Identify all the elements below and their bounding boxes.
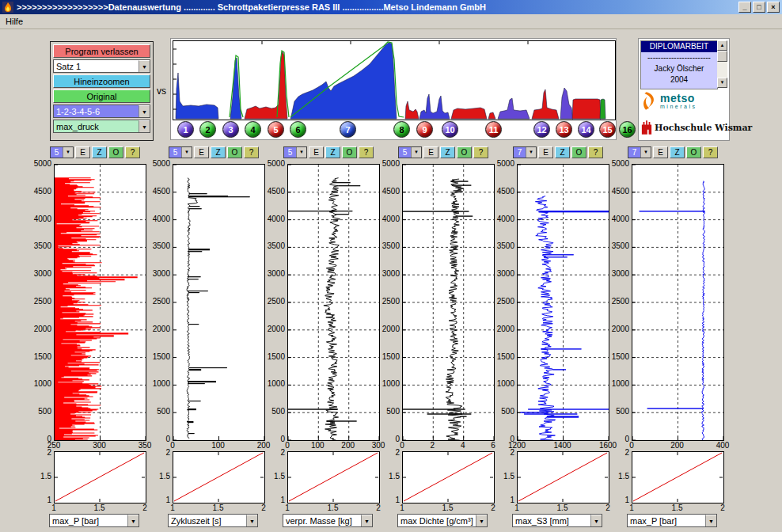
zoom-button[interactable]: Z: [555, 146, 570, 158]
chevron-down-icon[interactable]: ▼: [139, 60, 150, 72]
zoom-button[interactable]: Z: [670, 146, 685, 158]
original-button[interactable]: O: [227, 146, 242, 158]
series-button-9[interactable]: 9: [416, 121, 433, 138]
scroll-up-icon[interactable]: ▲: [717, 40, 727, 51]
scroll-down-icon[interactable]: ▼: [717, 78, 727, 88]
edit-button[interactable]: E: [653, 146, 668, 158]
series-button-5[interactable]: 5: [268, 121, 284, 138]
help-button[interactable]: ?: [244, 146, 259, 158]
correlation-mini-plot-1[interactable]: [54, 451, 146, 504]
series-button-12[interactable]: 12: [533, 121, 550, 138]
parameter-dropdown[interactable]: Zykluszeit [s]▼: [168, 514, 258, 527]
strip-chart-2[interactable]: [173, 164, 265, 441]
edit-button[interactable]: E: [194, 146, 209, 158]
edit-button[interactable]: E: [538, 146, 553, 158]
original-button[interactable]: Original: [53, 89, 150, 103]
strip-chart-3[interactable]: [287, 164, 380, 441]
series-button-16[interactable]: 16: [619, 121, 636, 138]
chevron-down-icon[interactable]: ▼: [705, 515, 716, 526]
maximize-button[interactable]: □: [753, 2, 765, 13]
series-button-13[interactable]: 13: [556, 121, 572, 138]
chevron-down-icon[interactable]: ▼: [640, 147, 651, 158]
minimize-button[interactable]: _: [738, 2, 751, 13]
list-item[interactable]: ------------------------: [641, 52, 717, 63]
chevron-down-icon[interactable]: ▼: [361, 515, 372, 526]
strip-selector-dropdown[interactable]: 5▼: [50, 146, 74, 158]
zoom-in-button[interactable]: Hineinzoomen: [53, 74, 150, 88]
menu-hilfe[interactable]: Hilfe: [0, 16, 28, 27]
strip-chart-5[interactable]: [517, 164, 609, 441]
satz-dropdown[interactable]: Satz 1 ▼: [53, 59, 150, 73]
chevron-down-icon[interactable]: ▼: [139, 105, 150, 117]
zoom-button[interactable]: Z: [325, 146, 340, 158]
original-button[interactable]: O: [457, 146, 472, 158]
edit-button[interactable]: E: [75, 146, 90, 158]
original-button[interactable]: O: [342, 146, 357, 158]
zoom-button[interactable]: Z: [440, 146, 455, 158]
chevron-down-icon[interactable]: ▼: [127, 515, 139, 526]
chevron-down-icon[interactable]: ▼: [181, 147, 192, 158]
list-item[interactable]: Jacky Ölscher: [641, 63, 717, 74]
series-button-6[interactable]: 6: [290, 121, 306, 138]
correlation-mini-plot-2[interactable]: [173, 451, 265, 504]
parameter-dropdown[interactable]: max_P [bar]▼: [49, 514, 139, 527]
edit-button[interactable]: E: [423, 146, 438, 158]
overview-chart[interactable]: [173, 40, 616, 120]
range-dropdown[interactable]: 1-2-3-4-5-6 ▼: [53, 104, 150, 118]
strip-chart-1[interactable]: [54, 164, 146, 441]
edit-button[interactable]: E: [309, 146, 324, 158]
chevron-down-icon[interactable]: ▼: [246, 515, 257, 526]
strip-chart-6[interactable]: [632, 164, 724, 441]
parameter-dropdown[interactable]: max Dichte [g/cm³]▼: [397, 514, 488, 527]
help-button[interactable]: ?: [473, 146, 488, 158]
series-button-3[interactable]: 3: [222, 121, 239, 138]
parameter-dropdown[interactable]: verpr. Masse [kg]▼: [283, 514, 373, 527]
chevron-down-icon[interactable]: ▼: [590, 515, 602, 526]
exit-program-button[interactable]: Program verlassen: [53, 44, 150, 58]
channel-dropdown[interactable]: max_druck ▼: [53, 120, 150, 133]
strip-selector-dropdown[interactable]: 5▼: [398, 146, 422, 158]
parameter-dropdown[interactable]: max_S3 [mm]▼: [512, 514, 602, 527]
original-button[interactable]: O: [571, 146, 586, 158]
chevron-down-icon[interactable]: ▼: [411, 147, 421, 158]
original-button[interactable]: O: [108, 146, 123, 158]
listbox-scrollbar[interactable]: ▲ ▼: [717, 40, 727, 88]
series-button-1[interactable]: 1: [177, 121, 194, 138]
series-button-2[interactable]: 2: [199, 121, 216, 138]
help-button[interactable]: ?: [125, 146, 140, 158]
series-button-11[interactable]: 11: [485, 121, 502, 138]
list-item[interactable]: DIPLOMARBEIT: [641, 41, 717, 52]
series-button-10[interactable]: 10: [442, 121, 458, 138]
chevron-down-icon[interactable]: ▼: [476, 515, 487, 526]
correlation-mini-plot-4[interactable]: [402, 451, 495, 504]
parameter-dropdown[interactable]: max_P [bar]▼: [627, 514, 717, 527]
correlation-mini-plot-3[interactable]: [287, 451, 380, 504]
zoom-button[interactable]: Z: [211, 146, 226, 158]
series-button-15[interactable]: 15: [599, 121, 616, 138]
help-button[interactable]: ?: [588, 146, 603, 158]
strip-selector-dropdown[interactable]: 7▼: [628, 146, 651, 158]
strip-selector-dropdown[interactable]: 7▼: [513, 146, 537, 158]
info-listbox[interactable]: DIPLOMARBEIT ------------------------ Ja…: [640, 40, 718, 89]
y-tick-label: 2500: [488, 297, 514, 306]
series-button-8[interactable]: 8: [393, 121, 410, 138]
chevron-down-icon[interactable]: ▼: [526, 147, 536, 158]
chevron-down-icon[interactable]: ▼: [296, 147, 306, 158]
original-button[interactable]: O: [686, 146, 701, 158]
strip-chart-4[interactable]: [402, 164, 495, 441]
correlation-mini-plot-5[interactable]: [517, 451, 609, 504]
series-button-14[interactable]: 14: [578, 121, 594, 138]
close-button[interactable]: ×: [767, 2, 780, 13]
help-button[interactable]: ?: [703, 146, 718, 158]
chevron-down-icon[interactable]: ▼: [63, 147, 73, 158]
scrollbar-thumb[interactable]: [717, 51, 727, 62]
series-button-7[interactable]: 7: [340, 121, 356, 138]
chevron-down-icon[interactable]: ▼: [139, 120, 150, 132]
strip-selector-dropdown[interactable]: 5▼: [283, 146, 307, 158]
series-button-4[interactable]: 4: [245, 121, 261, 138]
list-item[interactable]: 2004: [641, 74, 717, 86]
correlation-mini-plot-6[interactable]: [632, 451, 724, 504]
help-button[interactable]: ?: [359, 146, 374, 158]
strip-selector-dropdown[interactable]: 5▼: [169, 146, 192, 158]
zoom-button[interactable]: Z: [92, 146, 107, 158]
